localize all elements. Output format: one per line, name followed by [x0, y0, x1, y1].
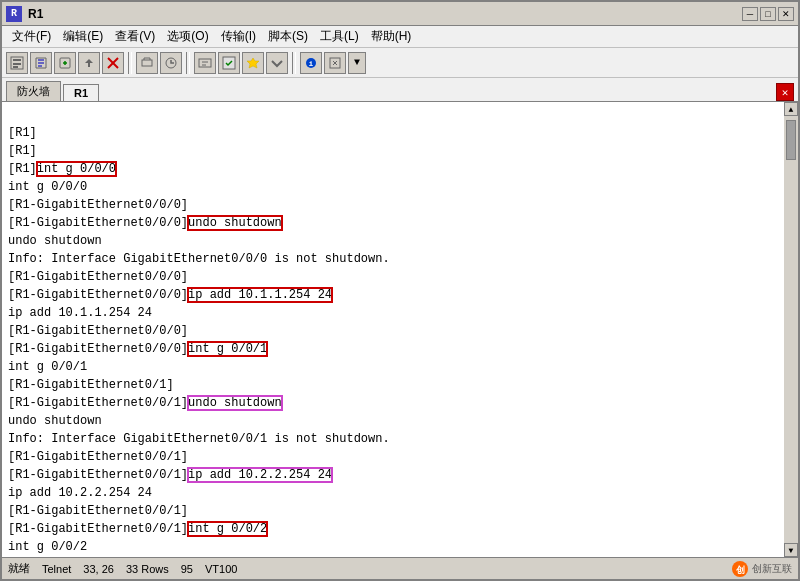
status-rows: 33 Rows: [126, 563, 169, 575]
menu-script[interactable]: 脚本(S): [262, 27, 314, 46]
toolbar-btn-11[interactable]: [266, 52, 288, 74]
line-18: Info: Interface GigabitEthernet0/0/1 is …: [8, 432, 390, 446]
svg-rect-7: [142, 60, 152, 66]
line-22: [R1-GigabitEthernet0/0/1]: [8, 504, 188, 518]
toolbar-btn-13[interactable]: [324, 52, 346, 74]
scrollbar[interactable]: ▲ ▼: [784, 102, 798, 557]
line-10: [R1-GigabitEthernet0/0/0]ip add 10.1.1.2…: [8, 288, 332, 302]
line-6: [R1-GigabitEthernet0/0/0]undo shutdown: [8, 216, 282, 230]
toolbar-btn-6[interactable]: [136, 52, 158, 74]
tab-firewall[interactable]: 防火墙: [6, 81, 61, 101]
minimize-button[interactable]: ─: [742, 7, 758, 21]
window-controls: ─ □ ✕: [742, 7, 794, 21]
line-24: int g 0/0/2: [8, 540, 87, 554]
toolbar-sep-1: [128, 52, 132, 74]
line-21: ip add 10.2.2.254 24: [8, 486, 152, 500]
status-logo: 创 创新互联: [730, 560, 792, 578]
status-protocol: Telnet: [42, 563, 71, 575]
line-14: int g 0/0/1: [8, 360, 87, 374]
line-3: [R1]int g 0/0/0: [8, 162, 116, 176]
line-20: [R1-GigabitEthernet0/0/1]ip add 10.2.2.2…: [8, 468, 332, 482]
terminal-wrapper: [R1] [R1] [R1]int g 0/0/0 int g 0/0/0 [R…: [2, 102, 798, 557]
toolbar-sep-3: [292, 52, 296, 74]
terminal-content[interactable]: [R1] [R1] [R1]int g 0/0/0 int g 0/0/0 [R…: [2, 102, 784, 557]
line-12: [R1-GigabitEthernet0/0/0]: [8, 324, 188, 338]
toolbar-btn-1[interactable]: [6, 52, 28, 74]
svg-text:i: i: [309, 59, 314, 68]
line-15: [R1-GigabitEthernet0/1]: [8, 378, 174, 392]
menu-bar: 文件(F) 编辑(E) 查看(V) 选项(O) 传输(I) 脚本(S) 工具(L…: [2, 26, 798, 48]
title-bar-left: R R1: [6, 6, 43, 22]
line-8: Info: Interface GigabitEthernet0/0/0 is …: [8, 252, 390, 266]
line-2: [R1]: [8, 144, 37, 158]
tab-close-button[interactable]: ✕: [776, 83, 794, 101]
line-17: undo shutdown: [8, 414, 102, 428]
menu-tools[interactable]: 工具(L): [314, 27, 365, 46]
tab-bar: 防火墙 R1 ✕: [2, 78, 798, 102]
line-7: undo shutdown: [8, 234, 102, 248]
line-16: [R1-GigabitEthernet0/0/1]undo shutdown: [8, 396, 282, 410]
scroll-thumb[interactable]: [786, 120, 796, 160]
toolbar-btn-5[interactable]: [102, 52, 124, 74]
toolbar-btn-4[interactable]: [78, 52, 100, 74]
tab-r1[interactable]: R1: [63, 84, 99, 101]
status-position: 33, 26: [83, 563, 114, 575]
line-5: [R1-GigabitEthernet0/0/0]: [8, 198, 188, 212]
svg-text:创: 创: [735, 565, 745, 575]
line-13: [R1-GigabitEthernet0/0/0]int g 0/0/1: [8, 342, 267, 356]
toolbar-btn-2[interactable]: [30, 52, 52, 74]
scroll-up-button[interactable]: ▲: [784, 102, 798, 116]
maximize-button[interactable]: □: [760, 7, 776, 21]
toolbar-dropdown[interactable]: ▼: [348, 52, 366, 74]
window-title: R1: [28, 7, 43, 21]
toolbar-btn-7[interactable]: [160, 52, 182, 74]
app-icon: R: [6, 6, 22, 22]
toolbar-sep-2: [186, 52, 190, 74]
line-4: int g 0/0/0: [8, 180, 87, 194]
menu-edit[interactable]: 编辑(E): [57, 27, 109, 46]
menu-help[interactable]: 帮助(H): [365, 27, 418, 46]
line-19: [R1-GigabitEthernet0/0/1]: [8, 450, 188, 464]
svg-rect-1: [13, 59, 21, 61]
menu-view[interactable]: 查看(V): [109, 27, 161, 46]
line-1: [R1]: [8, 126, 37, 140]
toolbar-btn-8[interactable]: [194, 52, 216, 74]
main-window: R R1 ─ □ ✕ 文件(F) 编辑(E) 查看(V) 选项(O) 传输(I)…: [0, 0, 800, 581]
svg-rect-9: [199, 59, 211, 67]
menu-options[interactable]: 选项(O): [161, 27, 214, 46]
toolbar: i ▼: [2, 48, 798, 78]
menu-file[interactable]: 文件(F): [6, 27, 57, 46]
toolbar-btn-9[interactable]: [218, 52, 240, 74]
line-9: [R1-GigabitEthernet0/0/0]: [8, 270, 188, 284]
menu-transfer[interactable]: 传输(I): [215, 27, 262, 46]
scroll-down-button[interactable]: ▼: [784, 543, 798, 557]
line-11: ip add 10.1.1.254 24: [8, 306, 152, 320]
status-cols: 95: [181, 563, 193, 575]
status-bar: 就绪 Telnet 33, 26 33 Rows 95 VT100 创 创新互联: [2, 557, 798, 579]
toolbar-btn-3[interactable]: [54, 52, 76, 74]
logo-text: 创新互联: [752, 562, 792, 576]
close-button[interactable]: ✕: [778, 7, 794, 21]
svg-rect-2: [13, 63, 21, 65]
line-23: [R1-GigabitEthernet0/0/1]int g 0/0/2: [8, 522, 267, 536]
toolbar-btn-10[interactable]: [242, 52, 264, 74]
svg-rect-3: [13, 66, 18, 68]
status-ready: 就绪: [8, 561, 30, 576]
status-terminal: VT100: [205, 563, 237, 575]
title-bar: R R1 ─ □ ✕: [2, 2, 798, 26]
toolbar-btn-12[interactable]: i: [300, 52, 322, 74]
